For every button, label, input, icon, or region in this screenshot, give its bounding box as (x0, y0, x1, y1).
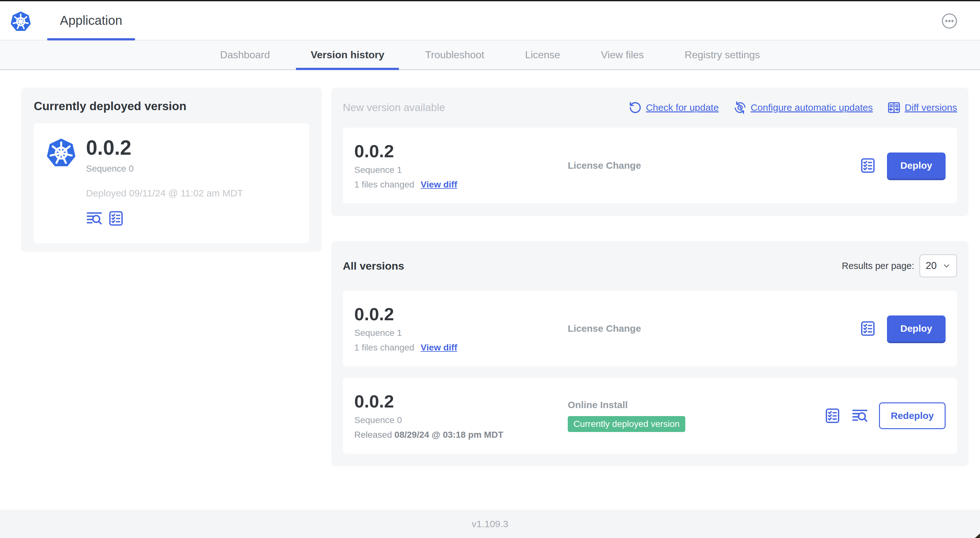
app-footer: v1.109.3 (0, 509, 980, 538)
currently-deployed-badge: Currently deployed version (568, 416, 685, 432)
currently-deployed-title: Currently deployed version (34, 100, 309, 113)
deployed-sequence: Sequence 0 (86, 163, 243, 174)
view-diff-link[interactable]: View diff (420, 343, 457, 353)
preflight-checks-button[interactable] (108, 210, 124, 227)
more-options-button[interactable] (941, 13, 958, 29)
results-per-page-label: Results per page: (842, 261, 914, 271)
preflight-checks-button[interactable] (859, 320, 876, 337)
main-content: Currently deployed version 0.0.2 Sequenc… (0, 70, 980, 467)
all-versions-section: All versions Results per page: 20 0.0.2 … (331, 241, 969, 467)
files-changed-label: 1 files changed (354, 179, 414, 190)
currently-deployed-card: Currently deployed version 0.0.2 Sequenc… (21, 87, 322, 252)
version-row-sequence-1: 0.0.2 Sequence 1 1 files changed View di… (343, 290, 957, 367)
refresh-icon (628, 101, 642, 114)
auto-update-clock-icon (733, 101, 747, 114)
checklist-icon (824, 408, 841, 424)
version-source: License Change (568, 323, 859, 334)
deploy-button[interactable]: Deploy (887, 152, 946, 179)
chevron-down-icon (942, 262, 951, 270)
kubernetes-app-icon (45, 136, 77, 170)
version-row-sequence-0: 0.0.2 Sequence 0 Released 08/29/24 @ 03:… (343, 378, 957, 454)
version-rows: 0.0.2 Sequence 1 1 files changed View di… (343, 290, 957, 454)
results-per-page-value: 20 (926, 260, 937, 271)
new-version-section: New version available Check for update C… (331, 87, 969, 216)
ellipsis-icon (941, 13, 958, 29)
tab-registry-settings[interactable]: Registry settings (670, 40, 775, 70)
version-source: License Change (568, 160, 859, 171)
tab-view-files[interactable]: View files (586, 40, 659, 70)
cursor-artifact (975, 533, 980, 538)
configure-automatic-updates-label: Configure automatic updates (751, 102, 873, 113)
checklist-icon (108, 210, 124, 227)
version-sequence: Sequence 1 (354, 328, 568, 338)
checklist-icon (859, 157, 876, 174)
version-source: Online Install (568, 400, 824, 410)
deployed-version-details: 0.0.2 Sequence 0 Deployed 09/11/24 @ 11:… (86, 135, 243, 230)
checklist-icon (859, 320, 876, 337)
preflight-checks-button[interactable] (859, 157, 876, 174)
deploy-logs-button[interactable] (86, 210, 103, 227)
files-changed-label: 1 files changed (354, 343, 414, 353)
deployed-version-number: 0.0.2 (86, 137, 243, 159)
version-sequence: Sequence 1 (354, 165, 568, 175)
logs-icon (852, 408, 868, 424)
deployed-version-card: 0.0.2 Sequence 0 Deployed 09/11/24 @ 11:… (34, 123, 309, 243)
version-info: 0.0.2 Sequence 1 1 files changed View di… (354, 304, 568, 353)
kubernetes-logo-icon (10, 10, 32, 33)
version-row-actions: Redeploy (824, 402, 946, 429)
logs-icon (86, 210, 103, 227)
version-number: 0.0.2 (354, 304, 568, 324)
app-title: Application (60, 13, 123, 28)
all-versions-header: All versions Results per page: 20 (343, 254, 957, 277)
version-number: 0.0.2 (354, 392, 568, 411)
version-history-column: New version available Check for update C… (331, 87, 969, 467)
tab-dashboard[interactable]: Dashboard (205, 40, 285, 70)
deployed-version-actions (86, 210, 243, 227)
version-row-actions: Deploy (859, 152, 946, 179)
app-tab[interactable]: Application (47, 1, 135, 40)
tab-troubleshoot[interactable]: Troubleshoot (410, 40, 499, 70)
diff-icon (887, 101, 900, 114)
console-version: v1.109.3 (471, 519, 508, 529)
check-for-update-label: Check for update (646, 102, 718, 113)
version-info: 0.0.2 Sequence 1 1 files changed View di… (354, 141, 568, 190)
configure-automatic-updates-link[interactable]: Configure automatic updates (733, 101, 873, 114)
deploy-button[interactable]: Deploy (887, 316, 946, 341)
diff-versions-label: Diff versions (905, 102, 957, 113)
check-for-update-link[interactable]: Check for update (628, 101, 718, 114)
version-sequence: Sequence 0 (354, 415, 568, 425)
diff-versions-link[interactable]: Diff versions (887, 101, 957, 114)
version-row-actions: Deploy (859, 316, 946, 341)
tab-version-history[interactable]: Version history (296, 40, 399, 70)
app-header: Application (0, 1, 980, 40)
update-actions: Check for update Configure automatic upd… (628, 101, 957, 114)
preflight-checks-button[interactable] (824, 408, 841, 424)
deploy-logs-button[interactable] (852, 408, 868, 424)
results-per-page: Results per page: 20 (842, 254, 957, 277)
new-version-title: New version available (343, 102, 445, 114)
page-nav: Dashboard Version history Troubleshoot L… (0, 40, 980, 70)
all-versions-title: All versions (343, 260, 404, 272)
redeploy-button[interactable]: Redeploy (879, 402, 946, 429)
released-timestamp: Released 08/29/24 @ 03:18 pm MDT (354, 430, 568, 440)
view-diff-link[interactable]: View diff (420, 179, 457, 190)
deployed-timestamp: Deployed 09/11/24 @ 11:02 am MDT (86, 188, 243, 198)
results-per-page-select[interactable]: 20 (920, 254, 957, 277)
tab-license[interactable]: License (511, 40, 575, 70)
new-version-row: 0.0.2 Sequence 1 1 files changed View di… (343, 128, 957, 203)
version-info: 0.0.2 Sequence 0 Released 08/29/24 @ 03:… (354, 392, 568, 440)
new-version-header: New version available Check for update C… (343, 101, 957, 114)
version-number: 0.0.2 (354, 141, 568, 161)
